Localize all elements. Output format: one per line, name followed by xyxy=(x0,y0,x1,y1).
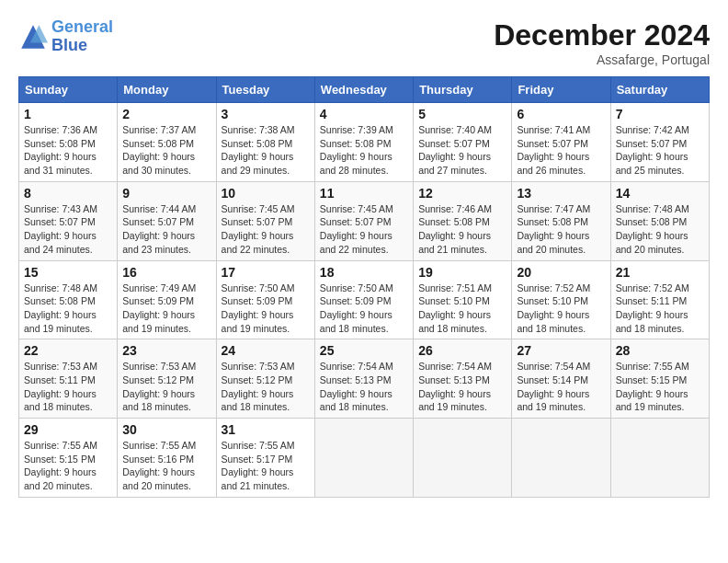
day-info: Sunrise: 7:53 AM Sunset: 5:12 PM Dayligh… xyxy=(222,360,310,414)
day-number: 1 xyxy=(24,107,112,121)
calendar-cell xyxy=(414,419,512,498)
day-info: Sunrise: 7:54 AM Sunset: 5:14 PM Dayligh… xyxy=(517,360,605,414)
calendar-cell: 3Sunrise: 7:38 AM Sunset: 5:08 PM Daylig… xyxy=(216,103,314,182)
day-info: Sunrise: 7:55 AM Sunset: 5:15 PM Dayligh… xyxy=(616,360,704,414)
header: General Blue December 2024 Assafarge, Po… xyxy=(18,18,710,67)
calendar-cell: 17Sunrise: 7:50 AM Sunset: 5:09 PM Dayli… xyxy=(216,260,314,339)
day-number: 25 xyxy=(320,343,408,358)
day-info: Sunrise: 7:52 AM Sunset: 5:10 PM Dayligh… xyxy=(517,282,605,336)
day-number: 3 xyxy=(222,107,310,121)
weekday-header-monday: Monday xyxy=(118,77,216,103)
calendar-cell: 1Sunrise: 7:36 AM Sunset: 5:08 PM Daylig… xyxy=(19,103,118,182)
day-info: Sunrise: 7:53 AM Sunset: 5:11 PM Dayligh… xyxy=(24,360,112,414)
day-info: Sunrise: 7:55 AM Sunset: 5:17 PM Dayligh… xyxy=(222,439,310,493)
day-info: Sunrise: 7:46 AM Sunset: 5:08 PM Dayligh… xyxy=(418,202,506,257)
day-info: Sunrise: 7:42 AM Sunset: 5:07 PM Dayligh… xyxy=(616,123,704,178)
calendar-cell: 4Sunrise: 7:39 AM Sunset: 5:08 PM Daylig… xyxy=(314,103,413,182)
day-info: Sunrise: 7:40 AM Sunset: 5:07 PM Dayligh… xyxy=(418,123,506,178)
day-info: Sunrise: 7:51 AM Sunset: 5:10 PM Dayligh… xyxy=(418,282,506,336)
day-number: 30 xyxy=(122,422,210,437)
calendar-cell: 24Sunrise: 7:53 AM Sunset: 5:12 PM Dayli… xyxy=(216,339,314,419)
calendar-cell: 6Sunrise: 7:41 AM Sunset: 5:07 PM Daylig… xyxy=(512,103,610,182)
day-number: 10 xyxy=(222,186,310,201)
day-info: Sunrise: 7:43 AM Sunset: 5:07 PM Dayligh… xyxy=(24,202,112,257)
calendar-cell: 16Sunrise: 7:49 AM Sunset: 5:09 PM Dayli… xyxy=(118,260,216,339)
day-number: 16 xyxy=(122,265,210,280)
location: Assafarge, Portugal xyxy=(494,52,710,67)
day-number: 14 xyxy=(616,186,704,201)
day-number: 24 xyxy=(222,343,310,358)
day-number: 17 xyxy=(222,265,310,280)
day-number: 27 xyxy=(517,343,605,358)
day-info: Sunrise: 7:52 AM Sunset: 5:11 PM Dayligh… xyxy=(616,282,704,336)
logo-line1: General xyxy=(51,17,113,36)
calendar-cell: 13Sunrise: 7:47 AM Sunset: 5:08 PM Dayli… xyxy=(512,181,610,260)
title-area: December 2024 Assafarge, Portugal xyxy=(494,18,710,67)
day-info: Sunrise: 7:41 AM Sunset: 5:07 PM Dayligh… xyxy=(517,123,605,178)
calendar-cell: 30Sunrise: 7:55 AM Sunset: 5:16 PM Dayli… xyxy=(118,419,216,498)
day-number: 23 xyxy=(122,343,210,358)
calendar-cell xyxy=(610,419,709,498)
calendar-cell: 12Sunrise: 7:46 AM Sunset: 5:08 PM Dayli… xyxy=(414,181,512,260)
day-number: 7 xyxy=(616,107,704,121)
weekday-header-thursday: Thursday xyxy=(414,77,512,103)
calendar-cell: 22Sunrise: 7:53 AM Sunset: 5:11 PM Dayli… xyxy=(19,339,118,419)
month-title: December 2024 xyxy=(494,18,710,52)
calendar-cell: 14Sunrise: 7:48 AM Sunset: 5:08 PM Dayli… xyxy=(610,181,709,260)
day-info: Sunrise: 7:45 AM Sunset: 5:07 PM Dayligh… xyxy=(320,202,408,257)
week-row-3: 15Sunrise: 7:48 AM Sunset: 5:08 PM Dayli… xyxy=(19,260,710,339)
calendar-cell: 21Sunrise: 7:52 AM Sunset: 5:11 PM Dayli… xyxy=(610,260,709,339)
day-info: Sunrise: 7:44 AM Sunset: 5:07 PM Dayligh… xyxy=(122,202,210,257)
day-number: 6 xyxy=(517,107,605,121)
calendar-cell: 10Sunrise: 7:45 AM Sunset: 5:07 PM Dayli… xyxy=(216,181,314,260)
day-number: 26 xyxy=(418,343,506,358)
day-info: Sunrise: 7:39 AM Sunset: 5:08 PM Dayligh… xyxy=(320,123,408,178)
day-info: Sunrise: 7:45 AM Sunset: 5:07 PM Dayligh… xyxy=(222,202,310,257)
day-number: 13 xyxy=(517,186,605,201)
day-number: 15 xyxy=(24,265,112,280)
calendar-cell: 15Sunrise: 7:48 AM Sunset: 5:08 PM Dayli… xyxy=(19,260,118,339)
day-info: Sunrise: 7:54 AM Sunset: 5:13 PM Dayligh… xyxy=(320,360,408,414)
day-number: 19 xyxy=(418,265,506,280)
day-number: 4 xyxy=(320,107,408,121)
day-number: 22 xyxy=(24,343,112,358)
day-info: Sunrise: 7:50 AM Sunset: 5:09 PM Dayligh… xyxy=(320,282,408,336)
day-number: 2 xyxy=(122,107,210,121)
calendar-cell: 25Sunrise: 7:54 AM Sunset: 5:13 PM Dayli… xyxy=(314,339,413,419)
day-info: Sunrise: 7:37 AM Sunset: 5:08 PM Dayligh… xyxy=(122,123,210,178)
weekday-header-sunday: Sunday xyxy=(19,77,118,103)
calendar-cell: 2Sunrise: 7:37 AM Sunset: 5:08 PM Daylig… xyxy=(118,103,216,182)
day-number: 9 xyxy=(122,186,210,201)
calendar-cell: 19Sunrise: 7:51 AM Sunset: 5:10 PM Dayli… xyxy=(414,260,512,339)
day-info: Sunrise: 7:55 AM Sunset: 5:15 PM Dayligh… xyxy=(24,439,112,493)
calendar-cell: 5Sunrise: 7:40 AM Sunset: 5:07 PM Daylig… xyxy=(414,103,512,182)
day-info: Sunrise: 7:54 AM Sunset: 5:13 PM Dayligh… xyxy=(418,360,506,414)
weekday-header-wednesday: Wednesday xyxy=(314,77,413,103)
logo: General Blue xyxy=(18,18,113,55)
day-info: Sunrise: 7:48 AM Sunset: 5:08 PM Dayligh… xyxy=(616,202,704,257)
calendar-cell: 28Sunrise: 7:55 AM Sunset: 5:15 PM Dayli… xyxy=(610,339,709,419)
day-info: Sunrise: 7:38 AM Sunset: 5:08 PM Dayligh… xyxy=(222,123,310,178)
day-info: Sunrise: 7:49 AM Sunset: 5:09 PM Dayligh… xyxy=(122,282,210,336)
day-number: 28 xyxy=(616,343,704,358)
day-info: Sunrise: 7:47 AM Sunset: 5:08 PM Dayligh… xyxy=(517,202,605,257)
day-number: 12 xyxy=(418,186,506,201)
calendar-cell: 20Sunrise: 7:52 AM Sunset: 5:10 PM Dayli… xyxy=(512,260,610,339)
calendar-cell xyxy=(512,419,610,498)
calendar-cell: 31Sunrise: 7:55 AM Sunset: 5:17 PM Dayli… xyxy=(216,419,314,498)
day-info: Sunrise: 7:53 AM Sunset: 5:12 PM Dayligh… xyxy=(122,360,210,414)
calendar-cell: 23Sunrise: 7:53 AM Sunset: 5:12 PM Dayli… xyxy=(118,339,216,419)
calendar-cell: 8Sunrise: 7:43 AM Sunset: 5:07 PM Daylig… xyxy=(19,181,118,260)
calendar-table: SundayMondayTuesdayWednesdayThursdayFrid… xyxy=(18,76,710,498)
calendar-cell xyxy=(314,419,413,498)
weekday-header-saturday: Saturday xyxy=(610,77,709,103)
calendar-cell: 27Sunrise: 7:54 AM Sunset: 5:14 PM Dayli… xyxy=(512,339,610,419)
day-number: 8 xyxy=(24,186,112,201)
week-row-5: 29Sunrise: 7:55 AM Sunset: 5:15 PM Dayli… xyxy=(19,419,710,498)
logo-text: General Blue xyxy=(51,18,113,55)
calendar-cell: 29Sunrise: 7:55 AM Sunset: 5:15 PM Dayli… xyxy=(19,419,118,498)
day-number: 18 xyxy=(320,265,408,280)
day-number: 21 xyxy=(616,265,704,280)
calendar-cell: 7Sunrise: 7:42 AM Sunset: 5:07 PM Daylig… xyxy=(610,103,709,182)
week-row-1: 1Sunrise: 7:36 AM Sunset: 5:08 PM Daylig… xyxy=(19,103,710,182)
